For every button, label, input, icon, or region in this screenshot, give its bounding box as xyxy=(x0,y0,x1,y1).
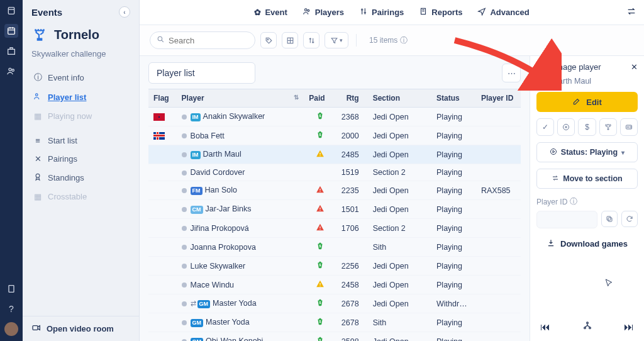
tab-reports[interactable]: Reports xyxy=(419,7,462,18)
action-payment-button[interactable]: $ xyxy=(578,118,596,136)
tab-players[interactable]: Players xyxy=(303,7,344,18)
table-row[interactable]: Luke Skywalker$2256Jedi OpenPlaying xyxy=(148,257,521,276)
tool-tag-button[interactable] xyxy=(260,32,277,48)
tab-pairings[interactable]: Pairings xyxy=(359,7,404,18)
main: ✿Event Players Pairings Reports Advanced xyxy=(140,0,644,341)
cell-flag xyxy=(148,238,177,257)
sidebar-nav-primary: ⓘ Event info Player list ▦ Playing now ≡… xyxy=(23,65,139,208)
info-icon: ⓘ xyxy=(400,36,408,45)
sidebar-collapse-button[interactable]: ‹ xyxy=(119,6,130,18)
col-flag[interactable]: Flag xyxy=(148,89,177,108)
list-title-input[interactable]: Player list xyxy=(148,62,255,84)
table-row[interactable]: Boba Fett$2000Jedi OpenPlaying xyxy=(148,126,521,145)
col-rtg[interactable]: Rtg xyxy=(336,89,368,108)
col-status[interactable]: Status xyxy=(431,89,476,108)
cell-rtg: 1501 xyxy=(336,200,368,219)
copy-id-button[interactable] xyxy=(601,211,618,227)
toolbar: ▾ 15 items ⓘ xyxy=(140,25,644,56)
action-add-button[interactable] xyxy=(557,118,575,136)
move-section-button[interactable]: Move to section xyxy=(536,169,638,189)
col-player[interactable]: Player⇅ xyxy=(177,89,304,108)
more-button[interactable]: ⋯ xyxy=(502,64,521,82)
open-video-room-button[interactable]: Open video room xyxy=(23,316,139,341)
pager-last-icon[interactable]: ⏭ xyxy=(624,321,634,333)
paid-ok-icon: $ xyxy=(309,317,331,328)
info-icon: ⓘ xyxy=(570,196,577,207)
player-name: Han Solo xyxy=(205,186,237,194)
search-box[interactable] xyxy=(150,31,255,49)
svg-rect-21 xyxy=(319,189,320,191)
cell-paid xyxy=(304,181,336,200)
svg-point-9 xyxy=(36,174,40,177)
sidebar-item-label: Standings xyxy=(48,173,84,182)
table-row[interactable]: IMDarth Maul2485Jedi OpenPlaying xyxy=(148,145,521,164)
rail-home-icon[interactable] xyxy=(4,4,18,18)
table-row[interactable]: CMJar-Jar Binks1501Jedi OpenPlaying xyxy=(148,200,521,219)
rail-users-icon[interactable] xyxy=(4,64,18,78)
status-dropdown[interactable]: Status: Playing ▾ xyxy=(536,142,638,162)
rail-help-icon[interactable]: ? xyxy=(4,302,18,316)
action-trophy-button[interactable] xyxy=(599,118,617,136)
pager-first-icon[interactable]: ⏮ xyxy=(540,321,550,333)
cell-flag xyxy=(148,181,177,200)
sidebar-item-start-list[interactable]: ≡ Start list xyxy=(28,131,134,150)
table-row[interactable]: Joanna Prokopova$SithPlaying xyxy=(148,238,521,257)
svg-point-4 xyxy=(9,68,11,70)
cell-player-id xyxy=(476,126,521,145)
cell-player: Joanna Prokopova xyxy=(177,238,304,257)
cell-section: Section 2 xyxy=(368,219,431,238)
action-confirm-button[interactable]: ✓ xyxy=(536,118,554,136)
col-paid[interactable]: Paid xyxy=(304,89,336,108)
topbar: ✿Event Players Pairings Reports Advanced xyxy=(140,0,644,25)
sidebar-item-player-list[interactable]: Player list xyxy=(28,87,134,107)
tool-grid-button[interactable] xyxy=(282,32,298,48)
download-games-button[interactable]: Download games xyxy=(536,238,638,249)
cell-flag xyxy=(148,332,177,342)
rail-calendar-icon[interactable] xyxy=(4,24,18,38)
table-row[interactable]: ⇄GMMaster Yoda$2678Jedi OpenWithdrawn xyxy=(148,294,521,313)
table-row[interactable]: David Cordover1519Section 2Playing xyxy=(148,164,521,181)
table-row[interactable]: Mace Windu2458Jedi OpenPlaying xyxy=(148,276,521,294)
cell-section: Sith xyxy=(368,313,431,332)
status-dot-icon xyxy=(182,133,187,138)
brand: Tornelo xyxy=(23,23,139,49)
sidebar-item-playing-now[interactable]: ▦ Playing now xyxy=(28,107,134,125)
rail-org-icon[interactable] xyxy=(4,44,18,58)
svg-rect-30 xyxy=(319,286,320,286)
tool-filter-button[interactable]: ▾ xyxy=(325,32,348,48)
action-id-button[interactable] xyxy=(620,118,638,136)
col-section[interactable]: Section xyxy=(368,89,431,108)
close-icon[interactable]: ✕ xyxy=(631,62,638,72)
table-row[interactable]: GMMaster Yoda$2678SithPlaying xyxy=(148,313,521,332)
edit-button[interactable]: Edit xyxy=(536,92,638,112)
sidebar-item-standings[interactable]: Standings xyxy=(28,168,134,187)
col-pid[interactable]: Player ID xyxy=(476,89,521,108)
cell-status: Playing xyxy=(431,108,476,126)
tool-sort-button[interactable] xyxy=(303,32,319,48)
sidebar-item-event-info[interactable]: ⓘ Event info xyxy=(28,67,134,87)
rail-avatar[interactable] xyxy=(4,322,18,336)
pager-tree-icon[interactable] xyxy=(582,321,592,333)
table-row[interactable]: IMAnakin Skywalker$2368Jedi OpenPlaying xyxy=(148,108,521,126)
tab-advanced[interactable]: Advanced xyxy=(477,7,529,18)
rail-doc-icon[interactable] xyxy=(4,282,18,296)
cell-paid xyxy=(304,145,336,164)
info-icon: ⓘ xyxy=(33,72,43,83)
search-input[interactable] xyxy=(169,36,244,45)
tab-label: Reports xyxy=(431,8,462,17)
svg-rect-7 xyxy=(38,39,42,40)
table-row[interactable]: Jiřina Prokopová1706Section 2Playing xyxy=(148,219,521,238)
paid-ok-icon: $ xyxy=(309,111,331,122)
table-row[interactable]: GMObi-Wan Kenobi$2598Jedi OpenPlaying xyxy=(148,332,521,342)
refresh-id-button[interactable] xyxy=(621,211,638,227)
sidebar-item-pairings[interactable]: ✕ Pairings xyxy=(28,150,134,168)
cell-rtg: 1706 xyxy=(336,219,368,238)
swap-icon[interactable] xyxy=(626,6,636,18)
play-icon xyxy=(550,148,557,157)
table-row[interactable]: FMHan Solo2235Jedi OpenPlayingRAX585 xyxy=(148,181,521,200)
sidebar-item-crosstable[interactable]: ▦ Crosstable xyxy=(28,187,134,206)
cell-status: Playing xyxy=(431,145,476,164)
tab-event[interactable]: ✿Event xyxy=(254,8,287,17)
medal-icon xyxy=(33,172,43,183)
player-id-input[interactable] xyxy=(536,211,597,228)
